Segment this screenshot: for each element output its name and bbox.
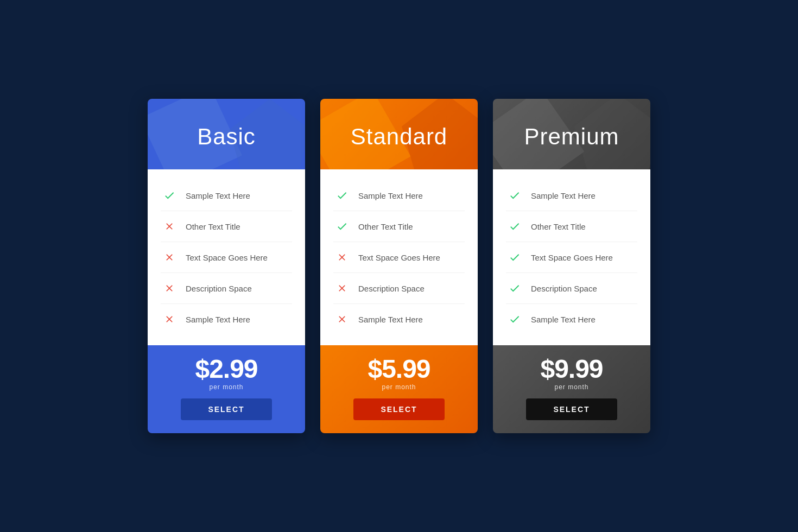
feature-text: Sample Text Here: [358, 191, 423, 200]
premium-price: $9.99per month: [540, 356, 603, 391]
pricing-card-standard: StandardSample Text HereOther Text Title…: [320, 99, 478, 433]
cross-icon: [161, 311, 178, 328]
basic-features-panel: Sample Text HereOther Text TitleText Spa…: [148, 169, 305, 345]
check-icon: [506, 311, 523, 328]
standard-price: $5.99per month: [368, 356, 430, 391]
basic-select-button[interactable]: SELECT: [181, 398, 271, 420]
cross-icon: [161, 280, 178, 297]
list-item: Description Space: [506, 273, 637, 304]
list-item: Text Space Goes Here: [333, 242, 465, 273]
feature-text: Sample Text Here: [186, 315, 250, 324]
basic-header: Basic: [148, 99, 305, 169]
standard-features-panel: Sample Text HereOther Text TitleText Spa…: [320, 169, 478, 345]
list-item: Sample Text Here: [161, 304, 292, 334]
list-item: Sample Text Here: [506, 304, 637, 334]
check-icon: [506, 280, 523, 297]
check-icon: [333, 187, 351, 204]
feature-text: Description Space: [186, 284, 252, 293]
pricing-card-premium: PremiumSample Text HereOther Text TitleT…: [493, 99, 650, 433]
cross-icon: [161, 249, 178, 266]
pricing-card-basic: BasicSample Text HereOther Text TitleTex…: [148, 99, 305, 433]
feature-text: Text Space Goes Here: [358, 253, 440, 262]
basic-footer: $2.99per monthSELECT: [148, 345, 305, 433]
check-icon: [161, 187, 178, 204]
cross-icon: [333, 249, 351, 266]
list-item: Other Text Title: [506, 211, 637, 242]
feature-text: Text Space Goes Here: [531, 253, 613, 262]
cross-icon: [333, 311, 351, 328]
feature-text: Description Space: [531, 284, 597, 293]
price-period: per month: [368, 383, 430, 391]
price-amount: $5.99: [368, 356, 430, 382]
standard-select-button[interactable]: SELECT: [353, 398, 444, 420]
list-item: Sample Text Here: [506, 180, 637, 211]
price-amount: $9.99: [540, 356, 603, 382]
feature-text: Sample Text Here: [531, 191, 596, 200]
feature-text: Other Text Title: [186, 222, 240, 231]
cross-icon: [333, 280, 351, 297]
list-item: Other Text Title: [333, 211, 465, 242]
premium-footer: $9.99per monthSELECT: [493, 345, 650, 433]
premium-features-panel: Sample Text HereOther Text TitleText Spa…: [493, 169, 650, 345]
price-period: per month: [540, 383, 603, 391]
feature-text: Text Space Goes Here: [186, 253, 268, 262]
standard-footer: $5.99per monthSELECT: [320, 345, 478, 433]
cross-icon: [161, 218, 178, 235]
check-icon: [333, 218, 351, 235]
list-item: Other Text Title: [161, 211, 292, 242]
standard-header: Standard: [320, 99, 478, 169]
list-item: Description Space: [161, 273, 292, 304]
list-item: Sample Text Here: [161, 180, 292, 211]
feature-text: Sample Text Here: [186, 191, 250, 200]
premium-header: Premium: [493, 99, 650, 169]
list-item: Description Space: [333, 273, 465, 304]
feature-text: Sample Text Here: [358, 315, 423, 324]
standard-title: Standard: [351, 124, 447, 150]
premium-select-button[interactable]: SELECT: [526, 398, 617, 420]
feature-text: Other Text Title: [531, 222, 586, 231]
premium-title: Premium: [524, 124, 619, 150]
feature-text: Other Text Title: [358, 222, 413, 231]
check-icon: [506, 249, 523, 266]
pricing-container: BasicSample Text HereOther Text TitleTex…: [148, 99, 650, 433]
list-item: Sample Text Here: [333, 304, 465, 334]
feature-text: Sample Text Here: [531, 315, 596, 324]
feature-text: Description Space: [358, 284, 425, 293]
check-icon: [506, 218, 523, 235]
list-item: Text Space Goes Here: [506, 242, 637, 273]
basic-price: $2.99per month: [195, 356, 257, 391]
list-item: Text Space Goes Here: [161, 242, 292, 273]
price-period: per month: [195, 383, 257, 391]
price-amount: $2.99: [195, 356, 257, 382]
basic-title: Basic: [197, 124, 256, 150]
list-item: Sample Text Here: [333, 180, 465, 211]
check-icon: [506, 187, 523, 204]
